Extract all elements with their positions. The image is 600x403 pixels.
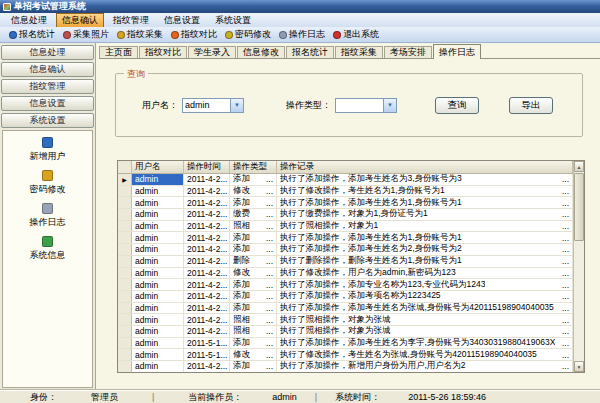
cell-operation-time: 2011-4-2... [184, 197, 230, 208]
cell-operation-type: 照相... [230, 326, 277, 337]
row-selector[interactable] [118, 326, 132, 337]
tab-操作日志[interactable]: 操作日志 [433, 44, 481, 59]
tab-指纹采集[interactable]: 指纹采集 [335, 46, 383, 58]
row-selector[interactable] [118, 197, 132, 208]
cell-type-ellipsis: ... [264, 174, 273, 184]
chevron-down-icon[interactable]: ▼ [230, 99, 243, 112]
menu-item-系统设置[interactable]: 系统设置 [209, 13, 257, 28]
tab-考场安排[interactable]: 考场安排 [384, 46, 432, 58]
menu-item-指纹管理[interactable]: 指纹管理 [107, 13, 155, 28]
table-row[interactable]: admin2011-4-2...添加...执行了添加操作，添加考生姓名为1,身份… [118, 197, 573, 209]
sidebar-item-密码修改[interactable]: 密码修改 [30, 170, 66, 196]
sidebar-item-系统信息[interactable]: 系统信息 [30, 236, 66, 262]
cell-operation-record: 执行了缴费操作，对象为1,身份证号为1... [277, 209, 573, 220]
scroll-up-icon[interactable]: ▲ [574, 161, 584, 172]
export-button[interactable]: 导出 [509, 97, 553, 114]
table-row[interactable]: admin2011-4-2...添加...执行了添加操作，新增用户身份为用户,用… [118, 361, 573, 372]
row-selector[interactable] [118, 256, 132, 267]
cell-operation-record-text: 执行了添加操作，添加考生姓名为李宇,身份账号为34030319880419063… [280, 338, 555, 349]
tab-指纹对比[interactable]: 指纹对比 [139, 46, 187, 58]
sidebar-group-信息确认[interactable]: 信息确认 [1, 62, 94, 77]
row-selector[interactable] [118, 279, 132, 290]
sidebar-group-信息处理[interactable]: 信息处理 [1, 45, 94, 60]
table-row[interactable]: admin2011-5-1...修改...执行了修改操作，考生姓名为张城,身份账… [118, 349, 573, 361]
toolbar-button-操作日志[interactable]: 操作日志 [275, 28, 329, 42]
row-selector[interactable] [118, 314, 132, 325]
operation-type-combobox[interactable]: ▼ [335, 98, 397, 113]
cell-username: admin [132, 197, 184, 208]
toolbar-button-密码修改[interactable]: 密码修改 [221, 28, 275, 42]
query-button[interactable]: 查询 [435, 97, 479, 114]
column-header-操作记录[interactable]: 操作记录 [277, 161, 573, 173]
table-row[interactable]: admin2011-4-2...照相...执行了照相操作，对象为张城... [118, 326, 573, 338]
cell-operation-time: 2011-5-1... [184, 349, 230, 360]
cell-username: admin [132, 349, 184, 360]
password-icon [225, 31, 233, 39]
cell-operation-record-text: 执行了添加操作，添加考生姓名为1,身份账号为1 [280, 197, 462, 208]
tab-信息修改[interactable]: 信息修改 [237, 46, 285, 58]
cell-operation-time: 2011-4-2... [184, 303, 230, 314]
sidebar-group-指纹管理[interactable]: 指纹管理 [1, 79, 94, 94]
tab-主页面[interactable]: 主页面 [99, 46, 138, 58]
table-row[interactable]: admin2011-4-2...照相...执行了照相操作，对象为1... [118, 221, 573, 233]
table-row[interactable]: admin2011-4-2...添加...执行了添加操作，添加考项名称为1223… [118, 291, 573, 303]
row-selector[interactable] [118, 221, 132, 232]
table-row[interactable]: admin2011-4-2...修改...执行了修改操作，用户名为admin,新… [118, 268, 573, 280]
row-selector[interactable] [118, 186, 132, 197]
table-row[interactable]: admin2011-4-2...添加...执行了添加操作，添加考生姓名为1,身份… [118, 232, 573, 244]
toolbar-button-指纹采集[interactable]: 指纹采集 [113, 28, 167, 42]
scrollbar-thumb[interactable] [574, 173, 584, 241]
table-row[interactable]: admin2011-4-2...修改...执行了修改操作，考生姓名为1,身份账号… [118, 186, 573, 198]
row-selector[interactable] [118, 232, 132, 243]
row-selector[interactable] [118, 361, 132, 372]
operator-label: 当前操作员： [188, 391, 242, 403]
window-title: 单招考试管理系统 [14, 0, 86, 13]
cell-username: admin [132, 303, 184, 314]
cell-type-ellipsis: ... [264, 315, 273, 325]
username-combobox[interactable]: admin ▼ [182, 98, 244, 113]
sidebar-item-操作日志[interactable]: 操作日志 [30, 203, 66, 229]
row-selector[interactable] [118, 349, 132, 360]
table-row[interactable]: ▶admin2011-4-2...添加...执行了添加操作，添加考生姓名为3,身… [118, 174, 573, 186]
menu-item-信息确认[interactable]: 信息确认 [56, 13, 104, 28]
table-row[interactable]: admin2011-4-2...添加...执行了添加操作，添加考生姓名为张城,身… [118, 303, 573, 315]
toolbar-button-采集照片[interactable]: 采集照片 [59, 28, 113, 42]
toolbar-button-报名统计[interactable]: 报名统计 [5, 28, 59, 42]
sidebar-item-新增用户[interactable]: 新增用户 [30, 137, 66, 163]
operation-type-label: 操作类型： [286, 99, 331, 112]
column-header-操作时间[interactable]: 操作时间 [184, 161, 230, 173]
toolbar-button-退出系统[interactable]: 退出系统 [329, 28, 383, 42]
table-row[interactable]: admin2011-5-1...添加...执行了添加操作，添加考生姓名为李宇,身… [118, 338, 573, 350]
table-row[interactable]: admin2011-4-2...添加...执行了添加操作，添加考生姓名为2,身份… [118, 244, 573, 256]
cell-username: admin [132, 268, 184, 279]
app-icon [3, 3, 11, 11]
tab-报名统计[interactable]: 报名统计 [286, 46, 334, 58]
row-selector[interactable]: ▶ [118, 174, 132, 185]
row-selector[interactable] [118, 303, 132, 314]
password-icon [42, 170, 53, 181]
menu-item-信息处理[interactable]: 信息处理 [5, 13, 53, 28]
chevron-down-icon[interactable]: ▼ [383, 99, 396, 112]
tab-学生录入[interactable]: 学生录入 [188, 46, 236, 58]
cell-operation-record-text: 执行了照相操作，对象为张城 [280, 314, 391, 325]
table-row[interactable]: admin2011-4-2...缴费...执行了缴费操作，对象为1,身份证号为1… [118, 209, 573, 221]
row-selector[interactable] [118, 209, 132, 220]
row-selector[interactable] [118, 244, 132, 255]
sidebar-group-信息设置[interactable]: 信息设置 [1, 96, 94, 111]
cell-operation-time: 2011-4-2... [184, 221, 230, 232]
table-row[interactable]: admin2011-4-2...照相...执行了照相操作，对象为张城... [118, 314, 573, 326]
sidebar-group-系统设置[interactable]: 系统设置 [1, 113, 94, 128]
scroll-down-icon[interactable]: ▼ [574, 361, 584, 372]
row-selector[interactable] [118, 268, 132, 279]
cell-operation-record: 执行了照相操作，对象为1... [277, 221, 573, 232]
vertical-scrollbar[interactable]: ▲ ▼ [573, 161, 584, 372]
toolbar-button-指纹对比[interactable]: 指纹对比 [167, 28, 221, 42]
table-row[interactable]: admin2011-4-2...删除...执行了删除操作，删除考生姓名为1,身份… [118, 256, 573, 268]
cell-operation-type: 添加... [230, 244, 277, 255]
row-selector[interactable] [118, 338, 132, 349]
table-row[interactable]: admin2011-4-2...添加...执行了添加操作，添加专业名称为123,… [118, 279, 573, 291]
menu-item-信息设置[interactable]: 信息设置 [158, 13, 206, 28]
column-header-操作类型[interactable]: 操作类型 [230, 161, 277, 173]
row-selector[interactable] [118, 291, 132, 302]
column-header-用户名[interactable]: 用户名 [132, 161, 184, 173]
